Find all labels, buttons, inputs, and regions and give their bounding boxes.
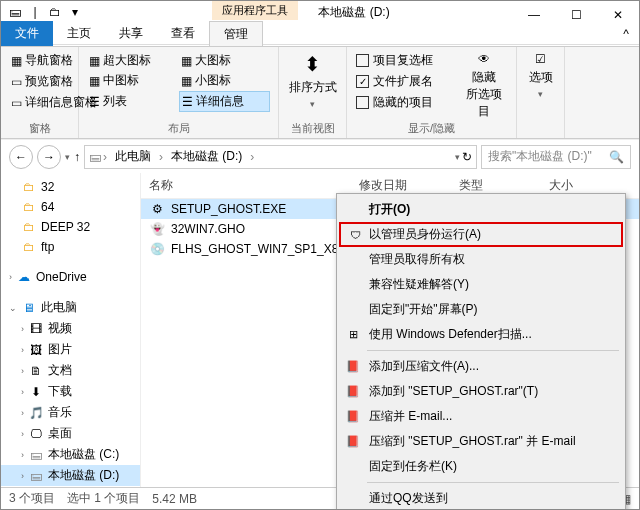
panes-group-label: 窗格 [9, 121, 70, 136]
menu-add-archive[interactable]: 📕添加到压缩文件(A)... [339, 354, 623, 379]
hide-selected-button[interactable]: 👁隐藏 所选项目 [460, 51, 508, 121]
computer-icon: 🖥 [21, 300, 37, 316]
tab-share[interactable]: 共享 [105, 21, 157, 46]
sidebar-item-drivec[interactable]: ›🖴本地磁盘 (C:) [1, 444, 140, 465]
file-name: FLHS_GHOST_WIN7_SP1_X86_ [171, 242, 352, 256]
drive-icon: 🖴 [28, 468, 44, 484]
menu-separator [367, 350, 619, 351]
sidebar-item-music[interactable]: ›🎵音乐 [1, 402, 140, 423]
forward-button[interactable]: → [37, 145, 61, 169]
col-modified[interactable]: 修改日期 [359, 177, 459, 194]
menu-open[interactable]: 打开(O) [339, 197, 623, 222]
rar-icon: 📕 [345, 359, 361, 375]
current-view-label: 当前视图 [287, 121, 338, 136]
layout-medium[interactable]: ▦中图标 [87, 71, 178, 90]
menu-pin-start[interactable]: 固定到"开始"屏幕(P) [339, 297, 623, 322]
desktop-icon: 🖵 [28, 426, 44, 442]
defender-icon: ⊞ [345, 327, 361, 343]
refresh-button[interactable]: ↻ [462, 150, 472, 164]
menu-troubleshoot[interactable]: 兼容性疑难解答(Y) [339, 272, 623, 297]
sidebar-item-drived[interactable]: ›🖴本地磁盘 (D:) [1, 465, 140, 486]
drive-icon: 🖴 [28, 447, 44, 463]
layout-large[interactable]: ▦大图标 [179, 51, 270, 70]
tab-manage[interactable]: 管理 [209, 21, 263, 46]
options-button[interactable]: ☑选项▾ [525, 51, 556, 100]
layout-xlarge[interactable]: ▦超大图标 [87, 51, 178, 70]
breadcrumb[interactable]: 🖴 › 此电脑 › 本地磁盘 (D:) › ▾ ↻ [84, 145, 477, 169]
showhide-group-label: 显示/隐藏 [355, 121, 508, 136]
col-name[interactable]: 名称 [149, 177, 359, 194]
sidebar-item-64[interactable]: 🗀64 [1, 197, 140, 217]
sidebar-item-pictures[interactable]: ›🖼图片 [1, 339, 140, 360]
tab-home[interactable]: 主页 [53, 21, 105, 46]
nav-pane-label: 导航窗格 [25, 52, 73, 69]
sidebar-item-32[interactable]: 🗀32 [1, 177, 140, 197]
hidden-items[interactable]: 隐藏的项目 [355, 93, 460, 112]
qat-dropdown-icon[interactable]: ▾ [67, 4, 83, 20]
drive-icon: 🖴 [89, 150, 101, 164]
menu-qq-send[interactable]: 通过QQ发送到 [339, 486, 623, 510]
menu-pin-taskbar[interactable]: 固定到任务栏(K) [339, 454, 623, 479]
sidebar-item-documents[interactable]: ›🗎文档 [1, 360, 140, 381]
back-button[interactable]: ← [9, 145, 33, 169]
sidebar-item-downloads[interactable]: ›⬇下载 [1, 381, 140, 402]
gho-icon: 👻 [149, 221, 165, 237]
history-dropdown[interactable]: ▾ [65, 152, 70, 162]
item-count: 3 个项目 [9, 490, 55, 507]
menu-take-ownership[interactable]: 管理员取得所有权 [339, 247, 623, 272]
sidebar-item-ftp[interactable]: 🗀ftp [1, 237, 140, 257]
music-icon: 🎵 [28, 405, 44, 421]
file-extensions[interactable]: ✓文件扩展名 [355, 72, 460, 91]
search-icon: 🔍 [609, 150, 624, 164]
address-bar: ← → ▾ ↑ 🖴 › 此电脑 › 本地磁盘 (D:) › ▾ ↻ 搜索"本地磁… [1, 139, 639, 173]
breadcrumb-dropdown[interactable]: ▾ [455, 152, 460, 162]
tab-file[interactable]: 文件 [1, 21, 53, 46]
download-icon: ⬇ [28, 384, 44, 400]
menu-separator [367, 482, 619, 483]
menu-defender-scan[interactable]: ⊞使用 Windows Defender扫描... [339, 322, 623, 347]
rar-icon: 📕 [345, 409, 361, 425]
folder-icon: 🗀 [21, 199, 37, 215]
search-input[interactable]: 搜索"本地磁盘 (D:)" 🔍 [481, 145, 631, 169]
qat-sep: | [27, 4, 43, 20]
sidebar-item-deep32[interactable]: 🗀DEEP 32 [1, 217, 140, 237]
ribbon: ▦导航窗格 ▭预览窗格 ▭详细信息窗格 窗格 ▦超大图标 ▦大图标 ▦中图标 ▦… [1, 47, 639, 139]
item-checkboxes[interactable]: 项目复选框 [355, 51, 460, 70]
col-type[interactable]: 类型 [459, 177, 549, 194]
layout-details[interactable]: ☰详细信息 [179, 91, 270, 112]
tab-view[interactable]: 查看 [157, 21, 209, 46]
preview-pane-button[interactable]: ▭预览窗格 [9, 72, 70, 91]
layout-small[interactable]: ▦小图标 [179, 71, 270, 90]
col-size[interactable]: 大小 [549, 177, 609, 194]
folder-icon[interactable]: 🗀 [47, 4, 63, 20]
menu-add-rar[interactable]: 📕添加到 "SETUP_GHOST.rar"(T) [339, 379, 623, 404]
sidebar-item-desktop[interactable]: ›🖵桌面 [1, 423, 140, 444]
navigation-pane[interactable]: 🗀32 🗀64 🗀DEEP 32 🗀ftp ›☁OneDrive ⌄🖥此电脑 ›… [1, 173, 141, 487]
menu-compress-email[interactable]: 📕压缩并 E-mail... [339, 404, 623, 429]
sort-button[interactable]: ⬍排序方式▾ [287, 51, 338, 110]
menu-run-as-admin[interactable]: 🛡以管理员身份运行(A) [339, 222, 623, 247]
crumb-drive[interactable]: 本地磁盘 (D:) [165, 146, 248, 167]
rar-icon: 📕 [345, 434, 361, 450]
up-button[interactable]: ↑ [74, 150, 80, 164]
nav-pane-button[interactable]: ▦导航窗格 [9, 51, 70, 70]
iso-icon: 💿 [149, 241, 165, 257]
rar-icon: 📕 [345, 384, 361, 400]
menu-compress-rar-email[interactable]: 📕压缩到 "SETUP_GHOST.rar" 并 E-mail [339, 429, 623, 454]
sidebar-item-thispc[interactable]: ⌄🖥此电脑 [1, 297, 140, 318]
sidebar-item-videos[interactable]: ›🎞视频 [1, 318, 140, 339]
folder-icon: 🗀 [21, 239, 37, 255]
exe-icon: ⚙ [149, 201, 165, 217]
picture-icon: 🖼 [28, 342, 44, 358]
video-icon: 🎞 [28, 321, 44, 337]
search-placeholder: 搜索"本地磁盘 (D:)" [488, 148, 592, 165]
drive-icon: 🖴 [7, 4, 23, 20]
ribbon-collapse-button[interactable]: ^ [623, 21, 629, 46]
window-title: 本地磁盘 (D:) [318, 1, 389, 21]
folder-icon: 🗀 [21, 219, 37, 235]
ribbon-tabs: 文件 主页 共享 查看 管理 ^ [1, 21, 639, 47]
layout-list[interactable]: ☰列表 [87, 91, 178, 112]
crumb-thispc[interactable]: 此电脑 [109, 146, 157, 167]
details-pane-button[interactable]: ▭详细信息窗格 [9, 93, 70, 112]
sidebar-item-onedrive[interactable]: ›☁OneDrive [1, 267, 140, 287]
